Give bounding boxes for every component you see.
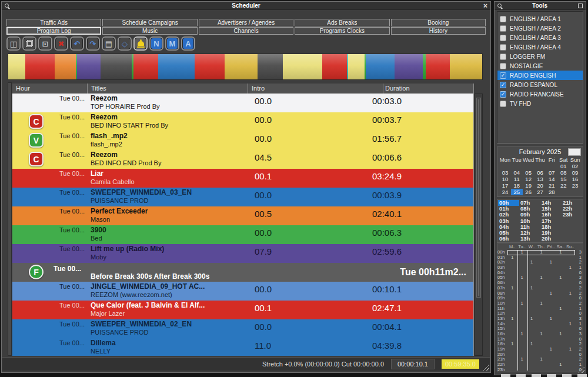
week-grid-cell[interactable]	[527, 271, 536, 276]
a-button[interactable]: A	[181, 36, 195, 51]
channel-item[interactable]: RADIO ESPANOL	[497, 80, 583, 89]
timeline-block[interactable]	[426, 54, 450, 79]
week-grid-cell[interactable]: 1	[527, 342, 536, 347]
week-grid-cell[interactable]	[566, 271, 575, 276]
week-grid-cell[interactable]	[536, 306, 546, 312]
week-grid-cell[interactable]	[527, 311, 536, 316]
column-header-hour[interactable]: Hour	[12, 84, 87, 94]
redo-button[interactable]: ↷	[86, 36, 100, 51]
calendar-day[interactable]: 10	[499, 176, 511, 182]
week-grid-row[interactable]: 03h 1 1	[497, 265, 583, 271]
week-grid-cell[interactable]	[546, 357, 556, 362]
n-button[interactable]: N	[149, 36, 163, 51]
week-grid-cell[interactable]: 1	[556, 306, 565, 312]
week-grid-cell[interactable]	[517, 337, 526, 342]
week-grid-cell[interactable]	[507, 265, 517, 271]
tab[interactable]: History	[391, 27, 486, 35]
log-row[interactable]: Tue 00... Liar Camila Cabello 00.1 03:24…	[12, 169, 473, 188]
channel-item[interactable]: NOSTALGIE	[497, 61, 583, 71]
week-grid-row[interactable]: 22h 1 1	[497, 362, 583, 368]
tab[interactable]: Programs Clocks	[295, 27, 389, 35]
week-grid-cell[interactable]	[566, 255, 575, 261]
week-grid-cell[interactable]	[556, 322, 565, 327]
undo-button[interactable]: ↶	[70, 36, 84, 51]
calendar-day[interactable]: 04	[511, 169, 523, 176]
week-grid-cell[interactable]: 1	[556, 362, 565, 368]
week-grid-cell[interactable]: 1	[507, 255, 517, 261]
column-header-intro[interactable]: Intro	[248, 84, 365, 94]
search-icon[interactable]	[497, 4, 502, 8]
checkbox-icon[interactable]	[500, 63, 506, 69]
log-row[interactable]: Tue 00... Lift me up (Radio Mix) Moby 07…	[12, 244, 473, 263]
week-grid-cell[interactable]	[566, 301, 575, 306]
checkbox-icon[interactable]	[500, 25, 506, 32]
checkbox-icon[interactable]	[500, 54, 506, 60]
week-grid-cell[interactable]	[527, 326, 536, 332]
week-grid-cell[interactable]: 1	[546, 347, 556, 352]
channel-item[interactable]: RADIO FRANCAISE	[497, 89, 583, 99]
timeline-block[interactable]	[158, 54, 195, 79]
week-grid-cell[interactable]	[546, 286, 556, 291]
week-grid-row[interactable]: 05h 111 3	[497, 275, 583, 281]
week-grid-row[interactable]: 10h 11 2	[497, 301, 583, 306]
week-grid-cell[interactable]	[556, 281, 565, 286]
calendar-day[interactable]	[511, 163, 523, 169]
week-grid-cell[interactable]	[536, 326, 546, 332]
week-grid-cell[interactable]	[546, 271, 556, 276]
week-grid-cell[interactable]	[517, 322, 526, 327]
week-grid-cell[interactable]	[566, 281, 575, 286]
week-grid-cell[interactable]	[507, 368, 517, 372]
calendar-button[interactable]	[568, 148, 581, 156]
calendar-day[interactable]: 11	[511, 176, 523, 182]
week-grid-cell[interactable]	[536, 311, 546, 316]
week-grid-cell[interactable]	[507, 362, 517, 368]
tab[interactable]: Traffic Ads	[6, 19, 101, 26]
timeline-block[interactable]	[101, 54, 132, 79]
week-grid-cell[interactable]	[546, 296, 556, 301]
week-grid-cell[interactable]	[556, 260, 565, 265]
tab[interactable]: Program Log	[6, 27, 101, 35]
week-grid-row[interactable]: 01h 1 1	[497, 255, 583, 261]
week-grid-row[interactable]: 09h 0	[497, 296, 583, 301]
tab[interactable]: Advertisers / Agendes	[199, 19, 293, 26]
timeline-block[interactable]	[133, 54, 158, 79]
week-grid-cell[interactable]	[556, 301, 565, 306]
week-grid-cell[interactable]	[517, 281, 526, 286]
week-grid-cell[interactable]	[566, 326, 575, 332]
checkbox-icon[interactable]	[500, 72, 506, 79]
week-grid-cell[interactable]: 1	[546, 316, 556, 322]
bell-button[interactable]	[133, 36, 148, 51]
tab[interactable]: Schedule Campaigns	[102, 19, 197, 26]
week-grid-cell[interactable]	[507, 301, 517, 306]
week-grid-cell[interactable]	[566, 362, 575, 368]
week-grid-cell[interactable]	[536, 337, 546, 342]
week-grid-cell[interactable]	[566, 316, 575, 322]
week-grid-cell[interactable]	[546, 275, 556, 281]
week-grid-cell[interactable]	[517, 326, 526, 332]
tab[interactable]: Music	[102, 27, 197, 35]
week-grid-cell[interactable]	[566, 260, 575, 265]
week-grid-cell[interactable]	[566, 306, 575, 312]
calendar-day[interactable]: 19	[523, 182, 534, 189]
week-grid-cell[interactable]	[507, 291, 517, 296]
checkbox-icon[interactable]	[500, 16, 506, 22]
week-grid-row[interactable]: 00h 111 3	[497, 250, 583, 255]
week-grid-cell[interactable]: 1	[517, 250, 526, 255]
week-grid-row[interactable]: 08h 11 2	[497, 291, 583, 296]
calendar-day[interactable]: 28	[546, 189, 557, 195]
timeline-block[interactable]	[225, 54, 258, 79]
week-grid-cell[interactable]: 1	[546, 291, 556, 296]
week-grid-cell[interactable]: 1	[507, 286, 517, 291]
week-grid-cell[interactable]	[517, 316, 526, 322]
week-grid-cell[interactable]	[517, 352, 526, 358]
calendar-day[interactable]: 13	[534, 176, 546, 182]
week-grid-cell[interactable]	[517, 368, 526, 372]
week-grid-cell[interactable]	[546, 332, 556, 337]
calendar-day[interactable]: 20	[534, 182, 546, 189]
week-grid-cell[interactable]	[527, 250, 536, 255]
week-grid-cell[interactable]	[527, 368, 536, 372]
week-grid-cell[interactable]	[556, 342, 565, 347]
week-grid-cell[interactable]	[556, 286, 565, 291]
week-grid-cell[interactable]	[517, 311, 526, 316]
week-grid-cell[interactable]	[536, 271, 546, 276]
